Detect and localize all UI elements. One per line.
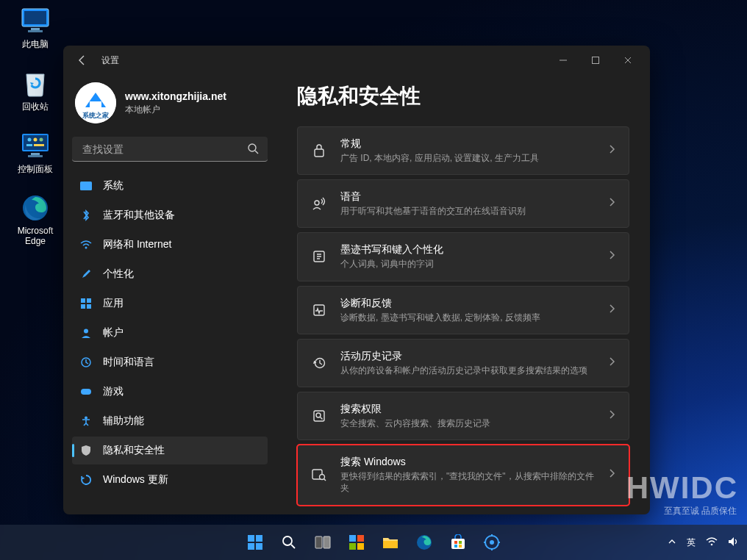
bluetooth-icon (79, 209, 93, 222)
card-title: 语音 (340, 190, 595, 204)
svg-rect-60 (459, 545, 462, 548)
taskbar-taskview[interactable] (308, 528, 337, 557)
tray-chevron-icon[interactable] (668, 537, 676, 548)
taskbar-edge[interactable] (410, 528, 439, 557)
taskbar-widgets[interactable] (342, 528, 371, 557)
svg-line-20 (255, 151, 258, 154)
taskbar-explorer[interactable] (376, 528, 405, 557)
card-subtitle: 从你的跨设备和帐户的活动历史记录中获取更多搜索结果的选项 (340, 365, 595, 376)
nav-windows-update[interactable]: Windows 更新 (72, 466, 268, 494)
nav-apps[interactable]: 应用 (72, 290, 268, 317)
nav-label: 时间和语言 (103, 356, 154, 369)
nav-list: 系统 蓝牙和其他设备 网络和 Internet 个性化 应用 (72, 172, 268, 494)
card-search-permissions[interactable]: 搜索权限 安全搜索、云内容搜索、搜索历史记录 (297, 392, 629, 440)
chevron-right-icon (608, 409, 615, 423)
taskbar-store[interactable] (443, 528, 473, 557)
card-search-windows[interactable]: 搜索 Windows 更快得到结果的搜索索引，"查找我的文件"，从搜索中排除的文… (297, 445, 629, 505)
card-activity-history[interactable]: 活动历史记录 从你的跨设备和帐户的活动历史记录中获取更多搜索结果的选项 (297, 339, 629, 387)
svg-rect-12 (28, 155, 43, 157)
account-block[interactable]: 系统之家 www.xitongzhijia.net 本地帐户 (72, 75, 268, 137)
clock-globe-icon (79, 356, 93, 369)
svg-rect-53 (357, 543, 364, 550)
nav-label: 蓝牙和其他设备 (103, 209, 175, 222)
search-windows-icon (311, 467, 327, 483)
card-subtitle: 个人词典, 词典中的字词 (340, 258, 595, 270)
desktop-icon-pc[interactable]: 此电脑 (6, 6, 65, 51)
nav-personalization[interactable]: 个性化 (72, 260, 268, 288)
svg-rect-50 (349, 535, 356, 542)
svg-point-27 (84, 329, 88, 334)
minimize-button[interactable] (547, 49, 579, 71)
svg-rect-29 (81, 389, 91, 395)
card-general[interactable]: 常规 广告 ID, 本地内容, 应用启动, 设置建议, 生产力工具 (297, 126, 629, 175)
card-title: 搜索权限 (340, 403, 595, 416)
recycle-icon (21, 68, 50, 98)
window-title: 设置 (101, 54, 119, 67)
svg-rect-1 (24, 11, 46, 24)
svg-rect-5 (24, 135, 47, 150)
svg-rect-21 (80, 182, 92, 190)
start-button[interactable] (240, 528, 270, 557)
nav-gaming[interactable]: 游戏 (72, 378, 268, 406)
nav-network[interactable]: 网络和 Internet (72, 231, 268, 259)
chevron-right-icon (608, 468, 615, 481)
ime-indicator[interactable]: 英 (687, 536, 696, 549)
nav-system[interactable]: 系统 (72, 172, 268, 200)
svg-text:系统之家: 系统之家 (82, 112, 109, 119)
card-diagnostics[interactable]: 诊断和反馈 诊断数据, 墨迹书写和键入数据, 定制体验, 反馈频率 (297, 286, 629, 334)
main-content: 隐私和安全性 常规 广告 ID, 本地内容, 应用启动, 设置建议, 生产力工具… (276, 75, 650, 514)
nav-label: 个性化 (103, 268, 134, 281)
svg-rect-23 (81, 298, 85, 303)
system-icon (79, 179, 93, 193)
taskbar-search[interactable] (274, 528, 304, 557)
page-heading: 隐私和安全性 (297, 82, 629, 110)
svg-point-46 (283, 536, 292, 545)
nav-label: 帐户 (103, 326, 124, 340)
tray-network-icon[interactable] (706, 537, 718, 548)
watermark-big: HWIDC (626, 470, 738, 506)
close-button[interactable] (612, 49, 644, 71)
desktop-icon-edge[interactable]: Microsoft Edge (6, 193, 65, 246)
nav-label: 应用 (103, 297, 124, 310)
desktop-icon-label: 回收站 (6, 101, 65, 113)
taskbar-settings[interactable] (477, 528, 507, 557)
user-icon (79, 326, 93, 340)
desktop-icon-label: 此电脑 (6, 38, 65, 51)
brush-icon (79, 268, 93, 281)
desktop-icon-controlpanel[interactable]: 控制面板 (6, 131, 65, 176)
nav-bluetooth[interactable]: 蓝牙和其他设备 (72, 201, 268, 229)
svg-point-8 (40, 138, 43, 142)
maximize-button[interactable] (579, 49, 612, 71)
desktop-icon-recycle[interactable]: 回收站 (6, 68, 65, 113)
svg-rect-31 (315, 149, 324, 157)
back-button[interactable] (72, 50, 93, 71)
svg-rect-56 (451, 539, 465, 549)
chevron-right-icon (608, 356, 615, 370)
card-title: 活动历史记录 (340, 350, 595, 363)
card-subtitle: 更快得到结果的搜索索引，"查找我的文件"，从搜索中排除的文件夹 (340, 470, 595, 494)
card-title: 常规 (340, 137, 595, 151)
svg-rect-59 (454, 545, 457, 548)
nav-accounts[interactable]: 帐户 (72, 319, 268, 347)
search-input[interactable] (72, 137, 268, 162)
card-speech[interactable]: 语音 用于听写和其他基于语音的交互的在线语音识别 (297, 179, 629, 228)
svg-point-19 (249, 144, 256, 151)
dictionary-icon (311, 248, 327, 265)
nav-privacy[interactable]: 隐私和安全性 (72, 437, 268, 464)
svg-rect-52 (349, 543, 356, 550)
svg-rect-45 (256, 543, 262, 550)
nav-accessibility[interactable]: 辅助功能 (72, 407, 268, 435)
edge-icon (21, 193, 50, 223)
tray-volume-icon[interactable] (728, 536, 740, 549)
card-inking[interactable]: 墨迹书写和键入个性化 个人词典, 词典中的字词 (297, 232, 629, 281)
svg-rect-2 (31, 28, 40, 30)
svg-rect-51 (357, 535, 364, 542)
control-panel-icon (21, 131, 50, 160)
svg-point-62 (490, 540, 494, 545)
chevron-right-icon (608, 250, 615, 263)
account-username: www.xitongzhijia.net (125, 90, 226, 102)
svg-point-22 (85, 247, 87, 249)
desktop-icon-label: Microsoft Edge (6, 226, 65, 246)
nav-time-language[interactable]: 时间和语言 (72, 348, 268, 376)
lock-icon (311, 143, 327, 159)
